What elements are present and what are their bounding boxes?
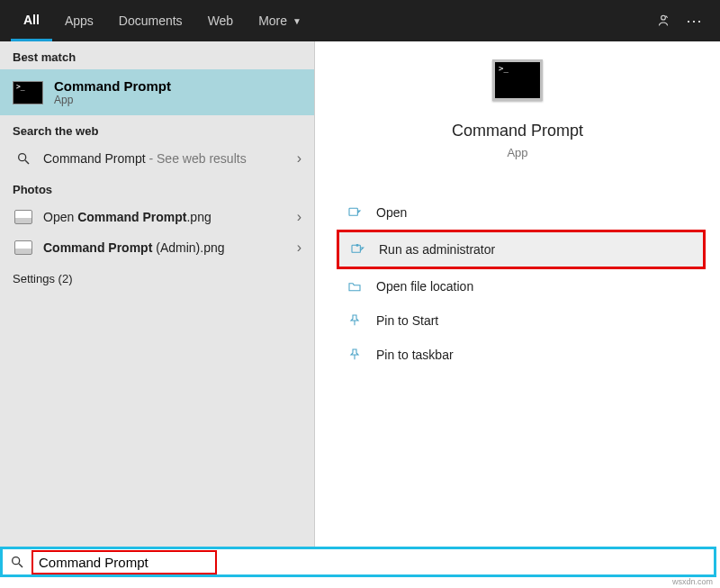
svg-point-0 [662,15,666,20]
svg-line-2 [25,160,29,164]
web-result[interactable]: Command Prompt - See web results › [0,143,314,174]
chevron-right-icon: › [297,150,302,167]
best-match-subtitle: App [54,94,171,106]
photo-result-1-text: Open Command Prompt.png [43,210,297,224]
photo-result-1[interactable]: Open Command Prompt.png › [0,202,314,232]
preview-title: Command Prompt [315,122,720,140]
action-pin-task-label: Pin to taskbar [376,348,454,362]
action-open[interactable]: Open [337,195,706,230]
app-thumbnail-icon [492,59,543,101]
svg-point-5 [13,557,20,565]
svg-rect-4 [352,245,360,252]
admin-icon [348,240,366,258]
section-best-match: Best match [0,41,314,69]
search-tabs-bar: All Apps Documents Web More▼ ⋯ [0,0,720,41]
feedback-icon[interactable] [648,5,679,36]
best-match-item[interactable]: Command Prompt App [0,69,314,115]
chevron-down-icon: ▼ [292,16,302,26]
search-bar[interactable] [0,547,716,577]
chevron-right-icon: › [297,240,302,256]
svg-point-1 [19,154,26,161]
tab-more[interactable]: More▼ [246,0,314,41]
search-icon [3,555,32,569]
tab-apps[interactable]: Apps [52,0,106,41]
folder-icon [346,277,364,295]
preview-panel: Command Prompt App Open Run as administr… [315,41,720,547]
tab-documents[interactable]: Documents [106,0,195,41]
search-input-highlight [32,550,217,574]
results-panel: Best match Command Prompt App Search the… [0,41,315,547]
watermark: wsxdn.com [672,577,713,586]
image-icon [13,210,34,224]
action-open-file-location[interactable]: Open file location [337,269,706,303]
best-match-title: Command Prompt [54,78,171,94]
chevron-right-icon: › [297,209,302,225]
more-options-icon[interactable]: ⋯ [679,5,709,36]
svg-rect-3 [349,208,357,215]
action-pin-to-start[interactable]: Pin to Start [337,303,706,338]
section-photos: Photos [0,174,314,202]
section-settings[interactable]: Settings (2) [0,263,314,291]
action-pin-to-taskbar[interactable]: Pin to taskbar [337,338,706,372]
main-area: Best match Command Prompt App Search the… [0,41,720,547]
action-run-as-administrator[interactable]: Run as administrator [337,230,706,269]
pin-icon [346,312,364,330]
image-icon [13,240,34,255]
photo-result-2[interactable]: Command Prompt (Admin).png › [0,232,314,263]
search-icon [13,151,34,166]
search-input[interactable] [39,555,210,570]
tab-web[interactable]: Web [195,0,247,41]
tab-all[interactable]: All [11,0,52,41]
pin-icon [346,346,364,364]
web-result-text: Command Prompt - See web results [43,151,297,166]
action-pin-start-label: Pin to Start [376,313,438,328]
photo-result-2-text: Command Prompt (Admin).png [43,240,297,255]
open-icon [346,204,364,222]
command-prompt-icon [13,81,43,104]
preview-subtitle: App [315,146,720,159]
section-search-web: Search the web [0,115,314,143]
action-open-label: Open [376,205,407,220]
action-open-loc-label: Open file location [376,279,473,294]
action-run-admin-label: Run as administrator [379,242,495,257]
svg-line-6 [19,564,22,567]
tab-more-label: More [258,14,287,28]
